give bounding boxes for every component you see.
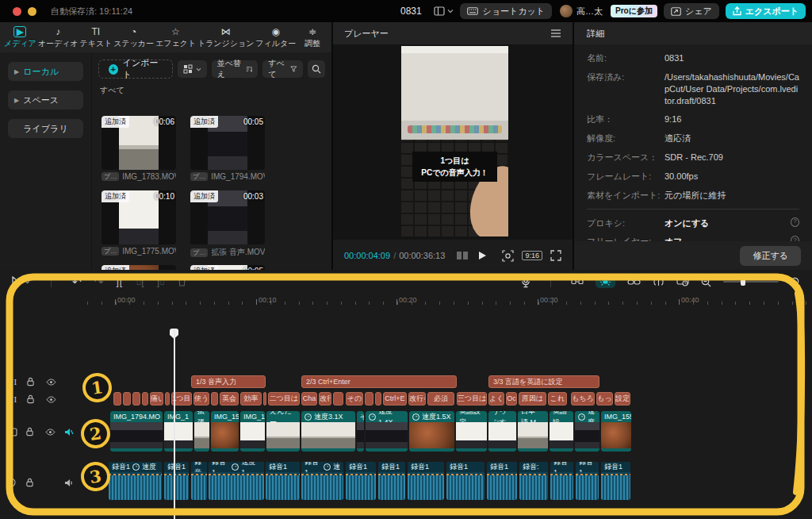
audio-clip[interactable]: 録音1 xyxy=(550,462,573,500)
video-clip[interactable]: えんたー. xyxy=(266,411,300,452)
frame-view-icon[interactable] xyxy=(456,251,469,260)
record-voiceover-button[interactable] xyxy=(521,276,530,288)
sidebar-item-1[interactable]: ▶スペース xyxy=(8,90,83,110)
audio-clip[interactable]: 録音1 xyxy=(378,462,405,500)
subtitle-segment[interactable]: 三つ目は xyxy=(457,392,487,406)
tab-transitions[interactable]: ⋈トランジション xyxy=(197,26,255,49)
split-mode-icon[interactable] xyxy=(653,278,665,286)
play-button[interactable] xyxy=(478,251,487,260)
window-minimize-button[interactable] xyxy=(28,7,36,16)
modify-button[interactable]: 修正する xyxy=(740,246,801,266)
mute-original-audio-icon[interactable] xyxy=(64,428,76,436)
tab-text[interactable]: TIテキスト xyxy=(79,26,112,49)
preview-zoom-icon[interactable] xyxy=(502,250,514,262)
join-pro-button[interactable]: Proに参加 xyxy=(611,5,657,17)
lock-icon[interactable] xyxy=(26,394,39,404)
media-item[interactable]: 追加済00:03プ…拡張 音声.MOV xyxy=(190,190,265,258)
media-item[interactable]: 追加済00:05プ…IMG_1794.MOV xyxy=(190,116,265,181)
subtitle-segment[interactable]: 改行を xyxy=(408,392,426,406)
subtitle-segment[interactable] xyxy=(263,392,266,406)
video-clip[interactable]: ◔速度 xyxy=(575,411,599,452)
subtitle-segment[interactable]: これ xyxy=(548,392,567,406)
subtitle-segment[interactable]: 改行 xyxy=(319,392,331,406)
subtitle-segment[interactable]: Ctrl+E xyxy=(383,392,407,406)
subtitle-segment[interactable]: よく xyxy=(488,392,504,406)
audio-clip[interactable]: 録音1 xyxy=(266,462,300,500)
audio-clip[interactable]: 録音1 xyxy=(576,462,599,500)
tab-sticker[interactable]: ◔ステッカー xyxy=(113,26,154,49)
subtitle-segment[interactable] xyxy=(165,392,170,406)
speaker-icon[interactable] xyxy=(64,479,76,487)
export-button[interactable]: エクスポート xyxy=(726,3,806,19)
zoom-slider-knob[interactable] xyxy=(741,278,745,286)
video-clip[interactable]: IMG_17 xyxy=(240,411,265,452)
magnetic-snap-button[interactable] xyxy=(596,276,615,288)
subtitle-segment[interactable]: 設定 xyxy=(615,392,630,406)
timeline-zoom-slider[interactable] xyxy=(723,281,779,283)
playhead-line[interactable] xyxy=(174,329,175,519)
subtitle-segment[interactable]: 痛い xyxy=(150,392,163,406)
timeline-ruler[interactable]: 00:0000:1000:2000:3000:40 xyxy=(79,292,812,306)
sort-button[interactable]: 並べ替え xyxy=(212,60,259,78)
subtitle-segment[interactable] xyxy=(333,392,343,406)
video-clip[interactable]: 拡張 xyxy=(194,411,209,452)
subtitle-segment[interactable] xyxy=(365,392,373,406)
subtitle-segment[interactable]: 必須 xyxy=(427,392,454,406)
audio-clip[interactable]: 録音 xyxy=(191,462,207,500)
lock-icon[interactable] xyxy=(25,478,37,487)
fullscreen-icon[interactable] xyxy=(550,250,561,261)
audio-clip[interactable]: 録音1◔速 xyxy=(301,462,343,500)
split-button[interactable]: ][ xyxy=(116,276,123,287)
visibility-icon[interactable] xyxy=(46,396,59,403)
subtitle-segment[interactable]: もちろ xyxy=(571,392,595,406)
sidebar-item-2[interactable]: ライブラリ xyxy=(8,119,83,138)
audio-clip[interactable]: 録音1 xyxy=(446,462,485,500)
sidebar-item-0[interactable]: ▶ローカル xyxy=(8,62,83,81)
video-clip[interactable]: IMG_1 xyxy=(164,411,193,452)
subtitle-segment[interactable] xyxy=(375,392,381,406)
audio-clip[interactable]: 録音: xyxy=(519,462,548,500)
tab-adjust[interactable]: ≑調整 xyxy=(297,26,327,49)
subtitle-segment[interactable] xyxy=(123,392,131,406)
player-viewport[interactable]: 1つ目は PCでの音声入力！ xyxy=(333,44,573,240)
tab-filters[interactable]: ◉フィルター xyxy=(255,26,296,49)
import-button[interactable]: + インポート xyxy=(98,60,173,79)
video-clip[interactable]: ◔速度3.1X xyxy=(301,411,355,452)
video-clip[interactable]: そ xyxy=(357,411,364,452)
split-left-button[interactable]: ⌷[ xyxy=(136,276,144,287)
split-right-button[interactable]: ]⌷ xyxy=(157,276,166,287)
filter-button[interactable]: すべて xyxy=(262,60,303,78)
aspect-ratio-button[interactable]: 9:16 xyxy=(522,251,542,260)
title-segment[interactable]: 3/3 言語を英語に設定 xyxy=(488,375,599,388)
video-clip[interactable]: ◔速度1.5X xyxy=(409,411,454,452)
tab-media[interactable]: ▶メディア xyxy=(4,26,36,49)
audio-clip[interactable]: 録音1 xyxy=(408,462,444,500)
video-clip[interactable]: 英語設定 xyxy=(456,411,487,452)
visibility-icon[interactable] xyxy=(46,379,59,386)
audio-clip[interactable]: 録音1 xyxy=(346,462,376,500)
window-close-button[interactable] xyxy=(13,7,21,16)
audio-clip[interactable]: 録音1 xyxy=(601,462,630,500)
video-clip[interactable]: IMG_155 xyxy=(601,411,631,452)
subtitle-segment[interactable]: Cha xyxy=(301,392,317,406)
visibility-icon[interactable] xyxy=(45,429,57,436)
shortcut-button[interactable]: ショートカット xyxy=(460,3,552,19)
lock-icon[interactable] xyxy=(25,427,37,436)
subtitle-segment[interactable]: 使う xyxy=(193,392,209,406)
account-button[interactable]: 高…太 xyxy=(558,3,604,19)
title-segment[interactable]: 2/3 Ctrl+Enter xyxy=(301,375,457,388)
overwrite-mode-icon[interactable] xyxy=(571,278,584,286)
undo-button[interactable]: ↶ xyxy=(72,275,82,288)
redo-button[interactable]: ↷ xyxy=(94,275,104,288)
video-clip[interactable]: IMG_1794.MO xyxy=(110,411,163,452)
lock-icon[interactable] xyxy=(26,377,39,386)
search-button[interactable] xyxy=(308,60,325,78)
media-item[interactable]: 追加済00:06プ…IMG_1783.MOV xyxy=(102,116,176,181)
video-clip[interactable]: ◔速度1.4X xyxy=(366,411,408,452)
subtitle-segment[interactable]: もっ xyxy=(596,392,613,406)
cover-edit-icon[interactable] xyxy=(676,277,689,286)
view-mode-button[interactable] xyxy=(178,60,207,78)
subtitle-segment[interactable]: 原因は xyxy=(519,392,546,406)
video-clip[interactable]: IMG_15 xyxy=(211,411,239,452)
media-item[interactable]: 追加済00:10プ…IMG_1775.MOV xyxy=(102,190,176,256)
